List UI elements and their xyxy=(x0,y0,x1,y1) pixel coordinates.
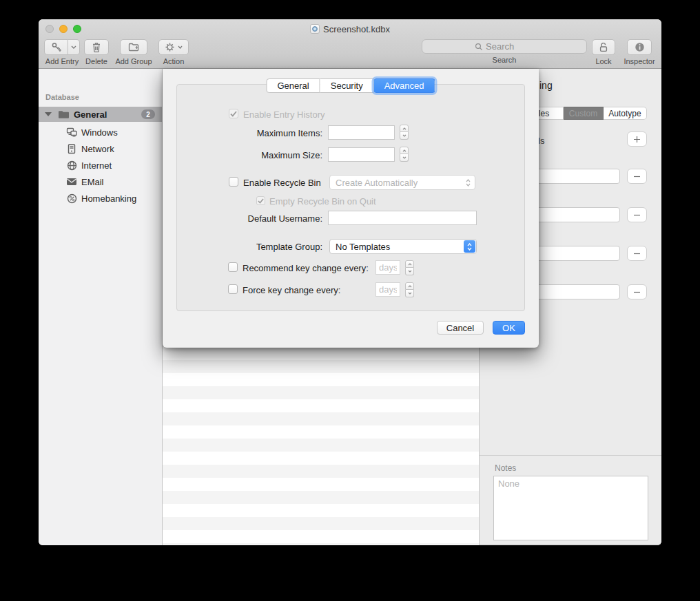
sidebar-item-network[interactable]: Network xyxy=(39,140,162,157)
template-group-popup[interactable]: No Templates xyxy=(329,239,477,254)
sidebar-item-homebanking[interactable]: Homebanking xyxy=(39,190,162,207)
minus-icon xyxy=(633,214,641,216)
remove-custom-field-button[interactable] xyxy=(627,207,647,222)
maximum-size-label: Maximum Size: xyxy=(185,150,322,160)
chevron-down-icon xyxy=(71,45,76,49)
search-field[interactable] xyxy=(422,39,587,54)
popup-chevrons-icon xyxy=(464,240,475,253)
enable-recycle-bin-checkbox[interactable] xyxy=(229,177,238,187)
search-label: Search xyxy=(493,56,517,64)
action-group: Action xyxy=(157,39,190,65)
lock-group: Lock xyxy=(590,39,617,65)
custom-fields-label: ls xyxy=(538,136,544,146)
sidebar-item-general[interactable]: General 2 xyxy=(39,107,162,122)
network-icon xyxy=(65,144,78,154)
sidebar-item-email[interactable]: EMail xyxy=(39,173,162,190)
tab-general[interactable]: General xyxy=(266,78,320,93)
database-settings-sheet: General Security Advanced Enable Entry H… xyxy=(163,69,539,348)
ok-button[interactable]: OK xyxy=(493,321,525,335)
plus-icon xyxy=(633,136,641,143)
inspector-bottom-bar xyxy=(480,544,661,545)
force-key-change-label: Force key change every: xyxy=(243,285,340,295)
add-group-button[interactable] xyxy=(120,39,147,55)
inspector-button[interactable] xyxy=(627,39,652,55)
sidebar-item-label: General xyxy=(74,109,107,120)
delete-button[interactable] xyxy=(84,39,109,55)
search-input[interactable] xyxy=(486,41,534,52)
trash-icon xyxy=(92,42,101,52)
remove-custom-field-button[interactable] xyxy=(627,169,647,184)
add-entry-dropdown[interactable] xyxy=(68,39,80,55)
tab-autotype[interactable]: Autotype xyxy=(604,107,647,120)
document-icon xyxy=(310,24,320,34)
default-username-label: Default Username: xyxy=(185,213,322,224)
lock-open-icon xyxy=(599,42,608,52)
remove-custom-field-button[interactable] xyxy=(627,284,647,299)
action-button[interactable] xyxy=(158,39,189,55)
lock-label: Lock xyxy=(595,57,611,65)
notes-label: Notes xyxy=(495,463,516,473)
inspector-title: ing xyxy=(539,80,553,91)
recycle-bin-mode-popup[interactable]: Create Automatically xyxy=(329,175,475,190)
sidebar-item-label: Homebanking xyxy=(81,193,136,204)
default-username-input[interactable] xyxy=(328,211,477,225)
windows-icon xyxy=(65,127,78,137)
add-entry-button[interactable] xyxy=(44,39,68,55)
enable-entry-history-label: Enable Entry History xyxy=(243,109,325,120)
add-entry-group: Add Entry xyxy=(44,39,80,65)
recommend-days-input[interactable] xyxy=(375,260,400,275)
sidebar-header: Database xyxy=(45,93,79,101)
sidebar-item-label: Network xyxy=(81,144,114,154)
lock-button[interactable] xyxy=(592,39,615,55)
remove-custom-field-button[interactable] xyxy=(627,246,647,261)
sidebar-item-internet[interactable]: Internet xyxy=(39,157,162,173)
recommend-key-change-checkbox[interactable] xyxy=(228,262,238,272)
delete-label: Delete xyxy=(85,57,107,65)
sidebar-item-windows[interactable]: Windows xyxy=(39,124,162,140)
settings-tabs: General Security Advanced xyxy=(266,78,435,93)
add-group-group: Add Group xyxy=(113,39,154,65)
empty-recycle-bin-checkbox[interactable] xyxy=(256,196,265,205)
action-label: Action xyxy=(163,57,185,65)
force-days-input[interactable] xyxy=(375,282,400,297)
tab-advanced[interactable]: Advanced xyxy=(374,78,435,93)
app-window: Screenshot.kdbx Add Entry xyxy=(39,19,661,545)
force-key-change-checkbox[interactable] xyxy=(228,284,238,294)
enable-recycle-bin-label: Enable Recycle Bin xyxy=(243,178,321,188)
window-title: Screenshot.kdbx xyxy=(323,24,390,34)
notes-textarea[interactable] xyxy=(493,476,648,540)
force-days-stepper[interactable] xyxy=(405,282,414,298)
delete-group: Delete xyxy=(83,39,110,65)
recommend-days-stepper[interactable] xyxy=(405,260,414,276)
sidebar-item-label: Windows xyxy=(81,127,118,138)
maximum-items-label: Maximum Items: xyxy=(185,128,322,138)
titlebar-toolbar: Screenshot.kdbx Add Entry xyxy=(39,19,661,69)
info-icon xyxy=(635,42,645,52)
maximum-items-input[interactable] xyxy=(328,125,395,140)
add-entry-label: Add Entry xyxy=(45,57,79,65)
add-group-label: Add Group xyxy=(115,57,152,65)
disclosure-triangle-icon[interactable] xyxy=(45,112,52,116)
inspector-group: Inspector xyxy=(621,39,657,65)
search-group: Search xyxy=(422,39,587,64)
maximum-size-input[interactable] xyxy=(328,147,395,162)
divider xyxy=(480,455,661,456)
recommend-key-change-label: Recommend key change every: xyxy=(243,263,369,273)
inspector-label: Inspector xyxy=(624,57,655,65)
homebanking-icon xyxy=(65,193,78,204)
tab-custom[interactable]: Custom xyxy=(564,107,604,120)
minus-icon xyxy=(633,176,641,178)
popup-chevrons-icon xyxy=(462,176,474,189)
maximum-items-stepper[interactable] xyxy=(400,125,409,140)
cancel-button[interactable]: Cancel xyxy=(437,321,484,335)
maximum-size-stepper[interactable] xyxy=(400,147,409,162)
internet-icon xyxy=(65,160,78,171)
empty-recycle-bin-label: Empty Recycle Bin on Quit xyxy=(269,196,376,207)
sidebar: Database General 2 Windows Network xyxy=(39,69,163,545)
minus-icon xyxy=(633,291,641,293)
email-icon xyxy=(65,178,78,186)
enable-entry-history-checkbox[interactable] xyxy=(229,109,238,118)
gear-icon xyxy=(165,42,175,52)
tab-security[interactable]: Security xyxy=(320,78,374,93)
add-custom-field-button[interactable] xyxy=(627,131,647,147)
